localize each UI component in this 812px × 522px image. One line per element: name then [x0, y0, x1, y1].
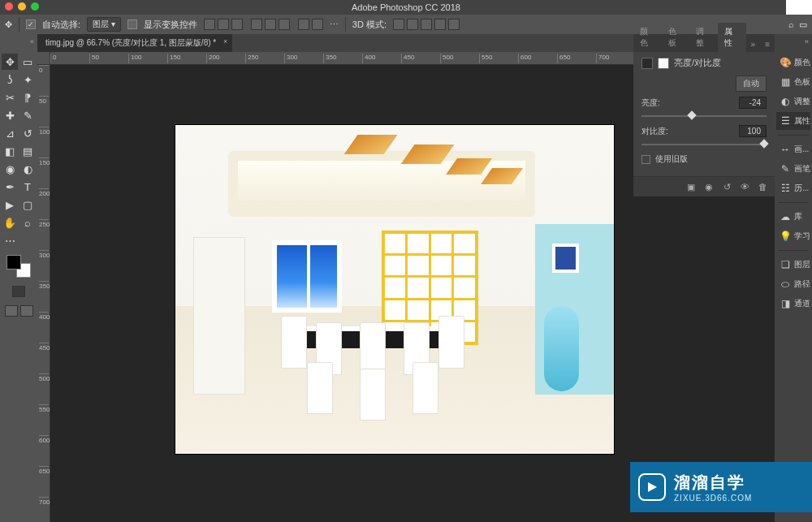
pan-3d-icon[interactable] — [421, 19, 432, 30]
brush-tool[interactable]: ✎ — [19, 107, 36, 123]
dock-layers[interactable]: ❏图层 — [776, 256, 810, 274]
panel-expand-icon[interactable]: » — [746, 37, 761, 52]
marquee-tool[interactable]: ▭ — [19, 54, 36, 70]
move-tool[interactable]: ✥ — [2, 54, 18, 70]
app-title-bar: Adobe Photoshop CC 2018 — [0, 0, 812, 15]
learn-icon: 💡 — [780, 231, 791, 242]
dock-brushes[interactable]: ✎画笔 — [776, 160, 810, 178]
brightness-slider[interactable] — [641, 112, 767, 120]
dock-history[interactable]: ☷历... — [776, 179, 810, 197]
align-left-icon[interactable] — [251, 19, 262, 30]
gradient-tool[interactable]: ▤ — [19, 143, 36, 159]
brightness-input[interactable]: -24 — [739, 97, 767, 109]
tab-color[interactable]: 颜色 — [633, 23, 662, 52]
tab-properties[interactable]: 属性 — [718, 23, 746, 52]
dock-adjust[interactable]: ◐调整 — [776, 93, 810, 110]
search-icon[interactable]: ⌕ — [788, 19, 794, 30]
orbit-3d-icon[interactable] — [393, 19, 404, 30]
blur-tool[interactable]: ◉ — [2, 161, 18, 177]
workspace-icon[interactable]: ▭ — [799, 19, 807, 30]
align-bottom-icon[interactable] — [231, 19, 243, 30]
path-select-tool[interactable]: ▶ — [2, 196, 18, 213]
zoom-3d-icon[interactable] — [448, 19, 460, 30]
delete-adjustment-icon[interactable]: 🗑 — [757, 182, 768, 192]
mask-icon[interactable] — [658, 58, 669, 69]
auto-select-checkbox[interactable]: ✓ — [26, 19, 36, 29]
close-tab-icon[interactable]: × — [223, 37, 227, 45]
collapse-tools-icon[interactable]: « — [30, 37, 34, 45]
ruler-tick: 400 — [39, 312, 49, 321]
zoom-tool[interactable]: ⌕ — [19, 214, 36, 231]
properties-panel: 颜色 色板 调整 属性 » ≡ 亮度/对比度 自动 亮度: -24 对比度: 1… — [633, 34, 775, 196]
mode3d-buttons — [393, 19, 460, 30]
screenmode-full-icon[interactable] — [20, 305, 33, 317]
document-tab[interactable]: timg.jpg @ 66.7% (亮度/对比度 1, 图层蒙版/8) * × — [37, 33, 232, 52]
ruler-tick: 0 — [50, 54, 56, 63]
dodge-tool[interactable]: ◐ — [19, 161, 36, 177]
crop-tool[interactable]: ✂ — [2, 89, 18, 106]
eyedropper-tool[interactable]: ⁋ — [19, 89, 36, 106]
image-region — [193, 237, 246, 395]
transform-controls-checkbox[interactable] — [127, 19, 137, 29]
window-traffic-lights[interactable] — [5, 2, 39, 11]
minimize-window-icon[interactable] — [18, 2, 26, 11]
ruler-tick: 500 — [440, 54, 453, 63]
ruler-origin[interactable] — [37, 52, 50, 65]
ruler-tick: 350 — [323, 54, 336, 63]
close-window-icon[interactable] — [5, 2, 13, 11]
slide-3d-icon[interactable] — [434, 19, 446, 30]
toggle-visibility-icon[interactable]: 👁 — [739, 182, 750, 192]
spot-heal-tool[interactable]: ✚ — [2, 107, 18, 123]
reset-icon[interactable]: ↺ — [721, 182, 732, 192]
dock-brush[interactable]: ↔画... — [776, 140, 810, 158]
dock-swatches[interactable]: ▦色板 — [776, 73, 810, 91]
expand-dock-icon[interactable]: « — [805, 37, 809, 45]
clip-to-layer-icon[interactable]: ▣ — [685, 182, 697, 192]
pen-tool[interactable]: ✒ — [2, 179, 18, 195]
view-previous-icon[interactable]: ◉ — [703, 182, 715, 192]
dock-properties[interactable]: ☰属性 — [776, 112, 810, 130]
auto-select-dropdown[interactable]: 图层 ▾ — [87, 17, 121, 32]
tab-swatches[interactable]: 色板 — [662, 23, 690, 52]
panel-menu-icon[interactable]: ≡ — [760, 37, 775, 52]
roll-3d-icon[interactable] — [407, 19, 418, 30]
foreground-color-swatch[interactable] — [6, 255, 21, 270]
hand-tool[interactable]: ✋ — [2, 214, 18, 231]
tab-adjustments[interactable]: 调整 — [689, 23, 718, 52]
contrast-label: 对比度: — [641, 126, 668, 137]
dock-paths[interactable]: ⬭路径 — [776, 275, 810, 293]
ruler-tick: 700 — [39, 497, 49, 506]
ruler-tick: 350 — [39, 281, 49, 290]
dock-learn[interactable]: 💡学习 — [776, 227, 810, 245]
legacy-checkbox[interactable] — [641, 155, 650, 164]
contrast-slider[interactable] — [641, 140, 767, 149]
overflow-icon[interactable]: ⋯ — [330, 19, 339, 30]
dock-libraries[interactable]: ☁库 — [776, 208, 810, 226]
align-vcenter-icon[interactable] — [218, 19, 229, 30]
distribute-v-icon[interactable] — [312, 19, 323, 30]
history-brush-tool[interactable]: ↺ — [19, 125, 36, 141]
dock-color[interactable]: 🎨颜色 — [776, 54, 810, 71]
color-swatches[interactable] — [6, 255, 31, 278]
lasso-tool[interactable]: ʖ — [2, 71, 18, 88]
align-hcenter-icon[interactable] — [265, 19, 276, 30]
quick-select-tool[interactable]: ✦ — [19, 71, 36, 88]
canvas-document[interactable] — [175, 125, 614, 454]
quickmask-icon[interactable] — [12, 286, 25, 297]
clone-stamp-tool[interactable]: ⊿ — [2, 125, 18, 141]
eraser-tool[interactable]: ◧ — [2, 143, 18, 159]
shape-tool[interactable]: ▢ — [19, 196, 36, 213]
ruler-vertical[interactable]: 0501001502002503003504004505005506006507… — [37, 65, 50, 522]
edit-toolbar[interactable]: ⋯ — [2, 232, 18, 248]
auto-button[interactable]: 自动 — [736, 75, 767, 92]
screenmode-standard-icon[interactable] — [5, 305, 18, 317]
contrast-input[interactable]: 100 — [739, 125, 767, 137]
align-top-icon[interactable] — [204, 19, 215, 30]
distribute-h-icon[interactable] — [298, 19, 309, 30]
dock-channels[interactable]: ◨通道 — [776, 295, 810, 313]
fullscreen-window-icon[interactable] — [31, 2, 39, 11]
type-tool[interactable]: T — [19, 179, 36, 195]
ruler-tick: 600 — [518, 54, 531, 63]
align-right-icon[interactable] — [279, 19, 290, 30]
brightness-label: 亮度: — [641, 97, 660, 109]
